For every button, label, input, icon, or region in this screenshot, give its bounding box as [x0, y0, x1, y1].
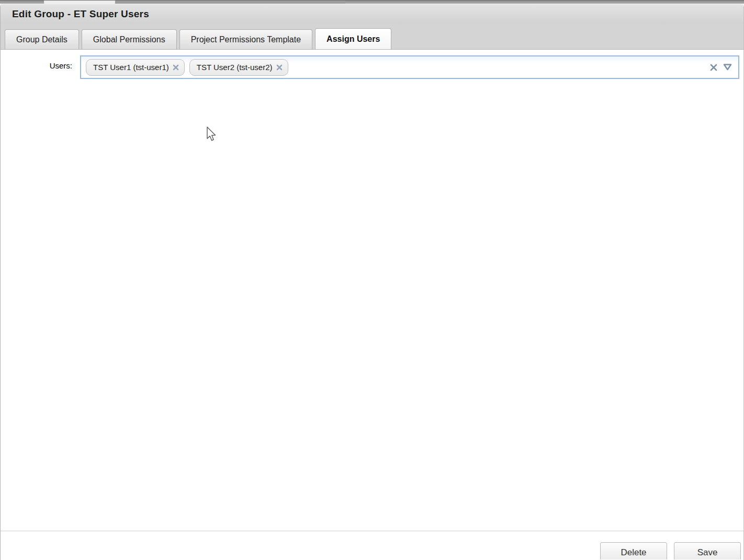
delete-button[interactable]: Delete: [600, 542, 667, 559]
tab-bar: Group Details Global Permissions Project…: [1, 24, 743, 50]
tab-label: Assign Users: [326, 35, 380, 44]
users-multiselect-field[interactable]: TST User1 (tst-user1) TST User2 (tst-use…: [80, 55, 739, 79]
clipped-top-toolbar: [0, 0, 744, 4]
field-icons: [709, 56, 732, 78]
save-button[interactable]: Save: [674, 542, 741, 559]
triangle-down-icon[interactable]: [723, 63, 732, 71]
user-tag: TST User2 (tst-user2): [189, 59, 288, 76]
clear-x-icon[interactable]: [709, 63, 718, 72]
tab-assign-users[interactable]: Assign Users: [315, 28, 391, 49]
edit-group-panel: Edit Group - ET Super Users Group Detail…: [0, 4, 744, 560]
footer-toolbar: Delete Save: [1, 531, 743, 559]
tab-group-details[interactable]: Group Details: [5, 29, 79, 49]
close-x-icon[interactable]: [173, 64, 179, 71]
tab-project-permissions-template[interactable]: Project Permissions Template: [179, 29, 312, 49]
panel-title: Edit Group - ET Super Users: [12, 8, 149, 20]
user-tag-label: TST User1 (tst-user1): [93, 63, 169, 72]
user-tag-label: TST User2 (tst-user2): [197, 63, 273, 72]
assign-users-tab-panel: Users: TST User1 (tst-user1) TST User2 (…: [1, 50, 743, 531]
tab-label: Project Permissions Template: [191, 35, 301, 44]
mouse-cursor: [206, 127, 218, 143]
tab-label: Global Permissions: [93, 35, 165, 44]
users-form-row: Users: TST User1 (tst-user1) TST User2 (…: [1, 55, 744, 79]
user-tag: TST User1 (tst-user1): [86, 59, 185, 76]
panel-titlebar: Edit Group - ET Super Users: [1, 4, 743, 24]
tab-global-permissions[interactable]: Global Permissions: [82, 29, 177, 49]
close-x-icon[interactable]: [276, 64, 283, 71]
tab-label: Group Details: [16, 35, 67, 44]
users-field-label: Users:: [1, 55, 76, 70]
